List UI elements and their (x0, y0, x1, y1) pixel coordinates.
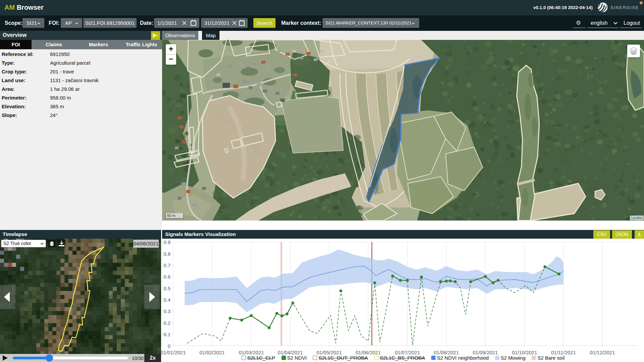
svg-text:SINERGISE: SINERGISE (610, 5, 639, 10)
